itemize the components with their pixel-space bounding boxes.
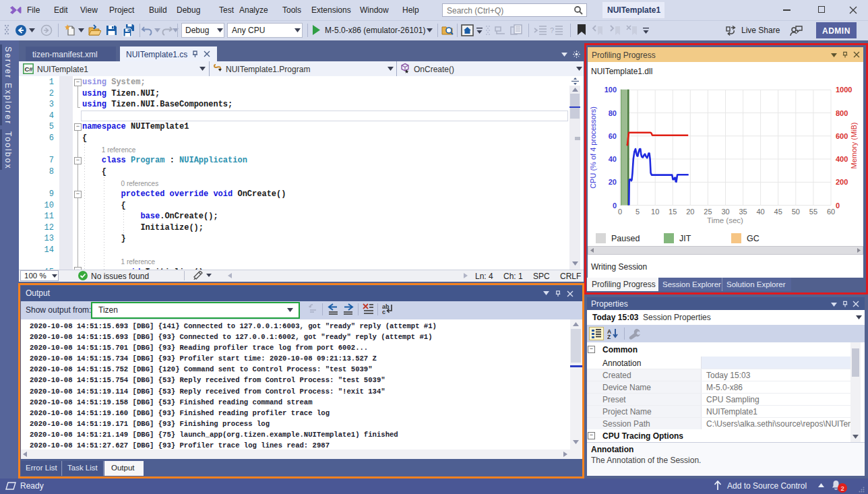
svg-text:5: 5: [636, 208, 640, 216]
svg-text:15: 15: [669, 208, 677, 216]
svg-text:30: 30: [721, 208, 729, 216]
svg-text:0: 0: [836, 202, 840, 210]
svg-text:0: 0: [613, 202, 617, 210]
svg-text:40: 40: [756, 208, 764, 216]
svg-text:Z: Z: [607, 334, 611, 339]
svg-text:35: 35: [739, 208, 747, 216]
svg-text:0: 0: [618, 208, 622, 216]
svg-text:1000: 1000: [836, 86, 852, 94]
svg-text:60: 60: [609, 132, 617, 140]
svg-text:Memory (MiB): Memory (MiB): [850, 122, 858, 168]
svg-text:55: 55: [809, 208, 817, 216]
svg-text:80: 80: [609, 109, 617, 117]
svg-text:20: 20: [609, 178, 617, 186]
svg-text:100: 100: [604, 86, 617, 94]
svg-text:400: 400: [836, 155, 848, 163]
svg-text:200: 200: [836, 178, 848, 186]
svg-text:C#: C#: [24, 65, 33, 73]
svg-text:20: 20: [686, 208, 694, 216]
svg-text:800: 800: [836, 109, 848, 117]
svg-text:60: 60: [827, 208, 835, 216]
svg-text:40: 40: [609, 155, 617, 163]
svg-text:?: ?: [550, 26, 554, 34]
svg-text:45: 45: [774, 208, 782, 216]
svg-text:600: 600: [836, 132, 848, 140]
svg-text:CPU (% of 4 processors): CPU (% of 4 processors): [589, 106, 597, 189]
svg-text:Time (sec): Time (sec): [707, 216, 743, 224]
svg-text:10: 10: [651, 208, 659, 216]
svg-text:50: 50: [792, 208, 800, 216]
svg-text:25: 25: [704, 208, 712, 216]
svg-text:c: c: [382, 309, 385, 315]
